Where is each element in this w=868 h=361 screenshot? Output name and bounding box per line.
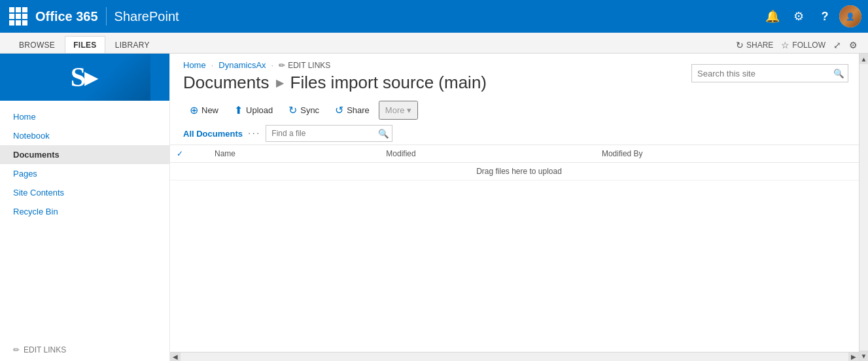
- new-icon: ⊕: [190, 104, 198, 116]
- settings-button[interactable]: ⚙: [787, 5, 810, 28]
- share-icon: ↻: [736, 40, 744, 50]
- content-header: Home · DynamicsAx · ✏ EDIT LINKS Documen…: [170, 54, 868, 98]
- help-icon: ?: [822, 10, 829, 24]
- star-icon: ☆: [781, 40, 790, 50]
- breadcrumb-edit-label: EDIT LINKS: [288, 61, 330, 70]
- find-file-box: 🔍: [266, 125, 392, 142]
- col-check: ✓: [170, 145, 190, 163]
- sidebar-item-site-contents[interactable]: Site Contents: [0, 183, 169, 202]
- settings-action[interactable]: ⚙: [849, 40, 858, 50]
- logo-arrow-icon: ▶: [84, 67, 99, 88]
- sync-label: Sync: [300, 105, 319, 115]
- share-label: SHARE: [746, 41, 773, 50]
- follow-label: FOLLOW: [792, 41, 825, 50]
- user-avatar[interactable]: 👤: [839, 5, 861, 27]
- more-chevron-icon: ▾: [407, 105, 411, 115]
- focus-action[interactable]: ⤢: [833, 40, 841, 50]
- top-bar: Office 365 SharePoint 🔔 ⚙ ? 👤: [0, 0, 868, 33]
- more-label: More: [385, 105, 405, 115]
- view-bar: All Documents ··· 🔍: [170, 122, 868, 145]
- upload-label: Upload: [246, 105, 273, 115]
- horizontal-scroll-track[interactable]: [181, 352, 848, 361]
- col-modified: Modified: [379, 145, 595, 163]
- page-title-main: Documents: [183, 73, 269, 93]
- share-action[interactable]: ↻ SHARE: [736, 40, 773, 50]
- upload-button[interactable]: ⬆ Upload: [228, 101, 279, 120]
- new-label: New: [201, 105, 218, 115]
- all-documents-view[interactable]: All Documents: [183, 129, 243, 139]
- breadcrumb-home[interactable]: Home: [183, 60, 206, 70]
- sync-button[interactable]: ↻ Sync: [282, 101, 326, 120]
- search-button[interactable]: 🔍: [829, 65, 848, 82]
- cog-icon: ⚙: [849, 40, 858, 50]
- view-options-dots[interactable]: ···: [248, 128, 260, 139]
- page-title-sub: Files import source (main): [290, 73, 487, 93]
- more-button[interactable]: More ▾: [379, 101, 419, 120]
- sidebar-item-pages[interactable]: Pages: [0, 164, 169, 183]
- sidebar-logo: S ▶: [0, 54, 169, 101]
- col-name: Name: [208, 145, 379, 163]
- topbar-divider: [106, 7, 107, 26]
- sidebar-item-notebook[interactable]: Notebook: [0, 126, 169, 145]
- tab-library[interactable]: LIBRARY: [107, 36, 158, 53]
- breadcrumb-and-title: Home · DynamicsAx · ✏ EDIT LINKS Documen…: [183, 60, 487, 98]
- pencil-icon: ✏: [13, 345, 20, 354]
- breadcrumb-pencil-icon: ✏: [279, 61, 285, 70]
- scroll-up-button[interactable]: ▲: [859, 54, 869, 64]
- checkmark-icon: ✓: [177, 149, 183, 158]
- sidebar-item-documents[interactable]: Documents: [0, 145, 169, 164]
- share-circle-icon: ↺: [335, 104, 343, 116]
- bottom-scrollbar[interactable]: ◀ ▶: [170, 352, 859, 361]
- breadcrumb-dynamics[interactable]: DynamicsAx: [218, 60, 266, 70]
- topbar-right: 🔔 ⚙ ? 👤: [761, 5, 861, 28]
- upload-icon: ⬆: [234, 104, 243, 116]
- sync-icon: ↻: [288, 104, 297, 116]
- find-file-icon: 🔍: [378, 129, 389, 139]
- doc-table: ✓ Name Modified Modified By Drag files h…: [170, 145, 868, 352]
- search-box: 🔍: [691, 64, 848, 82]
- logo-s: S: [71, 61, 86, 93]
- notifications-button[interactable]: 🔔: [761, 5, 784, 28]
- tab-browse[interactable]: BROWSE: [10, 36, 63, 53]
- gear-icon: ⚙: [793, 9, 804, 24]
- find-file-input[interactable]: [266, 129, 375, 138]
- bell-icon: 🔔: [765, 9, 780, 24]
- sidebar-item-home[interactable]: Home: [0, 107, 169, 126]
- empty-table-message: Drag files here to upload: [170, 163, 868, 180]
- col-file-icon: [190, 145, 208, 163]
- page-title-arrow-icon: ▶: [276, 77, 284, 89]
- sidebar-edit-links[interactable]: ✏ EDIT LINKS: [0, 339, 169, 361]
- help-button[interactable]: ?: [813, 5, 837, 28]
- search-input[interactable]: [692, 69, 829, 78]
- content-area: ▲ ▼ Home · DynamicsAx · ✏ EDIT LINKS Doc…: [170, 54, 868, 361]
- scroll-down-button[interactable]: ▼: [859, 351, 869, 361]
- breadcrumb-sep1: ·: [211, 60, 214, 70]
- app-launcher-button[interactable]: [7, 5, 30, 28]
- grid-icon: [9, 7, 27, 26]
- ribbon: BROWSE FILES LIBRARY ↻ SHARE ☆ FOLLOW ⤢ …: [0, 33, 868, 54]
- sidebar-nav: Home Notebook Documents Pages Site Conte…: [0, 101, 169, 339]
- scroll-left-button[interactable]: ◀: [170, 352, 181, 362]
- doc-toolbar: ⊕ New ⬆ Upload ↻ Sync ↺ Share More ▾: [170, 98, 868, 122]
- col-modified-by: Modified By: [595, 145, 868, 163]
- share-button[interactable]: ↺ Share: [328, 101, 376, 120]
- right-scrollbar[interactable]: ▲ ▼: [859, 54, 868, 361]
- find-file-button[interactable]: 🔍: [375, 126, 392, 141]
- breadcrumb: Home · DynamicsAx · ✏ EDIT LINKS: [183, 60, 487, 70]
- page-title-row: Documents ▶ Files import source (main): [183, 73, 487, 93]
- tab-files[interactable]: FILES: [65, 36, 105, 53]
- breadcrumb-edit-links[interactable]: ✏ EDIT LINKS: [279, 61, 330, 70]
- follow-action[interactable]: ☆ FOLLOW: [781, 40, 825, 50]
- logo-box: S ▶: [20, 54, 150, 101]
- new-button[interactable]: ⊕ New: [183, 101, 225, 120]
- office365-label: Office 365: [35, 9, 98, 24]
- scroll-right-button[interactable]: ▶: [848, 352, 859, 362]
- sidebar: S ▶ Home Notebook Documents Pages Site C…: [0, 54, 170, 361]
- sharepoint-label: SharePoint: [114, 9, 179, 24]
- search-icon: 🔍: [833, 69, 844, 78]
- sidebar-item-recycle-bin[interactable]: Recycle Bin: [0, 202, 169, 221]
- ribbon-right: ↻ SHARE ☆ FOLLOW ⤢ ⚙: [736, 40, 858, 53]
- avatar-image: 👤: [839, 5, 861, 27]
- search-area: 🔍: [691, 64, 848, 82]
- main-layout: S ▶ Home Notebook Documents Pages Site C…: [0, 54, 868, 361]
